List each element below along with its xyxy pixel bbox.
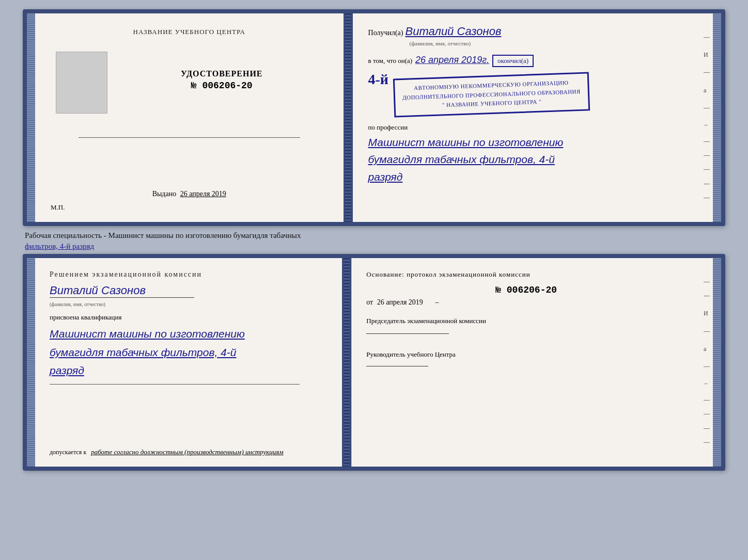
completion-date: 26 апреля 2019г.	[415, 55, 489, 66]
dopuskaetsya-container: допускается к работе согласно должностны…	[50, 443, 328, 456]
vtom-line: в том, что он(а) 26 апреля 2019г. окончи…	[368, 55, 690, 67]
profession-line3: разряд	[368, 168, 690, 186]
profession-line2: бумагидля табачных фильтров, 4-й	[368, 151, 690, 168]
b-side-letter-i: И	[704, 310, 710, 317]
prisvoena-label: присвоена квалификация	[50, 313, 328, 322]
top-left-title: НАЗВАНИЕ УЧЕБНОГО ЦЕНТРА	[133, 28, 245, 36]
margin-line	[704, 72, 710, 73]
bottom-name-container: Виталий Сазонов (фамилия, имя, отчество)	[50, 284, 328, 308]
mp-line: М.П.	[51, 203, 65, 212]
komissia-title: Решением экзаменационной комиссии	[50, 270, 328, 279]
qual-line1: Машинист машины по изготовлению	[50, 325, 328, 343]
b-margin-line	[704, 366, 710, 367]
ot-prefix: от	[366, 298, 373, 306]
b-margin-line	[704, 282, 710, 282]
side-letter-i: И	[704, 51, 710, 59]
bottom-left-texture	[27, 258, 35, 467]
vydano-line: Выдано 26 апреля 2019	[152, 185, 226, 198]
side-letter-a: а	[704, 87, 710, 94]
stamp-number: 4-й	[368, 71, 388, 88]
right-margin: И а ←	[700, 13, 713, 222]
dopuskaetsya-prefix: допускается к	[50, 449, 86, 456]
ot-date-val: 26 апреля 2019	[377, 298, 423, 306]
top-diploma-book: НАЗВАНИЕ УЧЕБНОГО ЦЕНТРА УДОСТОВЕРЕНИЕ №…	[23, 9, 725, 226]
b-margin-line	[704, 331, 710, 332]
ot-dash: –	[435, 298, 439, 306]
b-margin-line	[704, 296, 710, 296]
margin-line	[704, 108, 710, 108]
b-margin-line	[704, 442, 710, 443]
fio-label-top: (фамилия, имя, отчество)	[410, 40, 471, 46]
b-margin-line	[704, 400, 710, 401]
po-professii: по профессии	[368, 123, 690, 132]
ot-date-line: от 26 апреля 2019 –	[366, 298, 686, 307]
top-right-wrapper: Получил(а) Виталий Сазонов (фамилия, имя…	[353, 13, 713, 222]
profession-line1: Машинист машины по изготовлению	[368, 134, 690, 151]
photo-placeholder	[56, 52, 107, 114]
bottom-fio-label: (фамилия, имя, отчество)	[50, 301, 105, 307]
chairman-signature-line	[366, 333, 449, 334]
poluchil-prefix: Получил(а)	[368, 29, 403, 37]
dopuskaetsya-text: работе согласно должностным (производств…	[91, 448, 283, 456]
stamp-block: АВТОНОМНУЮ НЕКОММЕРЧЕСКУЮ ОРГАНИЗАЦИЮ ДО…	[393, 72, 590, 117]
udostoverenie-label: УДОСТОВЕРЕНИЕ	[181, 69, 263, 78]
margin-line	[704, 198, 710, 198]
bottom-right-page: Основание: протокол экзаменационной коми…	[351, 258, 700, 467]
subtitle-normal: Рабочая специальность - Машинист машины …	[25, 231, 301, 239]
proto-number: № 006206-20	[366, 285, 686, 295]
subtitle-underlined: фильтров, 4-й разряд	[25, 242, 94, 250]
margin-line	[704, 184, 710, 184]
margin-line	[704, 141, 710, 142]
b-margin-line	[704, 414, 710, 414]
chairman-label: Председатель экзаменационной комиссии	[366, 317, 686, 325]
bottom-right-wrapper: Основание: протокол экзаменационной коми…	[351, 258, 713, 467]
bottom-right-texture	[713, 258, 721, 467]
vydano-date: 26 апреля 2019	[180, 190, 226, 198]
qual-line2: бумагидля табачных фильтров, 4-й	[50, 343, 328, 362]
top-book-spine	[344, 13, 353, 222]
bottom-name: Виталий Сазонов	[50, 284, 194, 298]
chairman-block: Председатель экзаменационной комиссии	[366, 317, 686, 335]
bottom-right-margin: И а ←	[700, 258, 713, 467]
top-left-page: НАЗВАНИЕ УЧЕБНОГО ЦЕНТРА УДОСТОВЕРЕНИЕ №…	[35, 13, 344, 222]
subtitle-area: Рабочая специальность - Машинист машины …	[23, 226, 725, 254]
b-side-letter-a: а	[704, 345, 710, 353]
qual-line3: разряд	[50, 361, 328, 380]
side-letter-arrow: ←	[704, 122, 710, 128]
margin-line	[704, 37, 710, 38]
bottom-book-spine	[342, 258, 351, 467]
osnovanie-text: Основание: протокол экзаменационной коми…	[366, 270, 686, 279]
rukovoditel-label: Руководитель учебного Центра	[366, 350, 686, 359]
right-texture	[713, 13, 721, 222]
okoncil-box: окончил(а)	[492, 55, 534, 67]
left-texture	[27, 13, 35, 222]
bottom-left-page: Решением экзаменационной комиссии Витали…	[35, 258, 342, 467]
udostoverenie-number: № 006206-20	[191, 81, 253, 91]
vydano-label: Выдано	[152, 190, 177, 198]
recipient-name: Виталий Сазонов	[406, 25, 502, 38]
poluchil-line: Получил(а) Виталий Сазонов (фамилия, имя…	[368, 25, 690, 46]
bottom-diploma-book: Решением экзаменационной комиссии Витали…	[23, 254, 725, 471]
b-side-arrow: ←	[704, 380, 710, 387]
margin-line	[704, 169, 710, 170]
margin-line	[704, 155, 710, 156]
b-margin-line	[704, 428, 710, 429]
vtom-text: в том, что он(а)	[368, 57, 413, 65]
rukovoditel-signature-line	[366, 366, 428, 366]
top-right-page: Получил(а) Виталий Сазонов (фамилия, имя…	[353, 13, 700, 222]
rukovoditel-block: Руководитель учебного Центра	[366, 350, 686, 366]
